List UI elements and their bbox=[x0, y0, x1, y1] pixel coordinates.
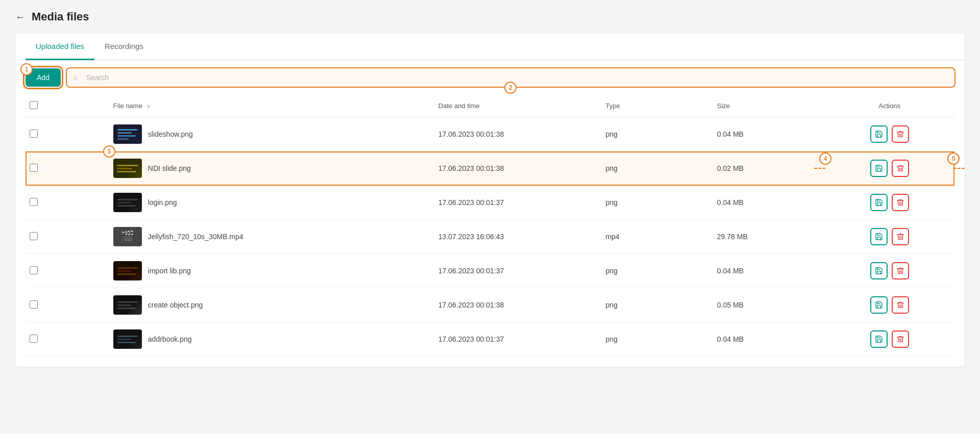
tab-uploaded-files[interactable]: Uploaded files bbox=[26, 34, 94, 60]
actions-cell bbox=[828, 228, 950, 245]
file-thumbnail bbox=[113, 295, 142, 315]
delete-button[interactable] bbox=[892, 125, 909, 143]
file-size: 0.04 MB bbox=[713, 117, 824, 151]
save-button[interactable] bbox=[870, 194, 888, 211]
table-row: slideshow.png17.06.2023 00:01:38png0.04 … bbox=[26, 117, 954, 151]
file-size: 0.05 MB bbox=[713, 288, 824, 322]
file-thumbnail bbox=[113, 159, 142, 178]
tab-recordings[interactable]: Recordings bbox=[94, 34, 154, 60]
toolbar: 1 Add ⌕ 2 bbox=[15, 60, 965, 95]
delete-button[interactable] bbox=[892, 330, 909, 348]
file-size: 29.78 MB bbox=[713, 220, 824, 254]
file-thumbnail bbox=[113, 261, 142, 280]
save-button[interactable] bbox=[870, 125, 888, 143]
save-button[interactable] bbox=[870, 262, 888, 279]
dashed-line-left bbox=[814, 168, 825, 169]
delete-button[interactable] bbox=[892, 228, 909, 245]
dashed-line-right bbox=[953, 168, 965, 169]
annotation-3: 3 bbox=[103, 145, 115, 158]
header-actions: Actions bbox=[824, 95, 954, 117]
annotation-2: 2 bbox=[504, 82, 517, 94]
actions-cell: 45 bbox=[828, 160, 950, 177]
file-size: 0.04 MB bbox=[713, 186, 824, 220]
file-date: 13.07.2023 16:06:43 bbox=[434, 220, 602, 254]
row-checkbox[interactable] bbox=[30, 335, 38, 343]
file-type: mp4 bbox=[601, 220, 713, 254]
annotation-5: 5 bbox=[947, 152, 960, 165]
save-button[interactable] bbox=[870, 228, 888, 245]
file-date: 17.06.2023 00:01:38 bbox=[434, 151, 602, 186]
delete-button[interactable] bbox=[892, 160, 909, 177]
delete-button[interactable] bbox=[892, 296, 909, 314]
file-name: NDI slide.png bbox=[148, 164, 191, 172]
table-row: create object.png17.06.2023 00:01:38png0… bbox=[26, 288, 954, 322]
delete-button[interactable] bbox=[892, 262, 909, 279]
annotation-2-wrapper: 2 bbox=[504, 82, 517, 94]
main-card: Uploaded files Recordings 1 Add ⌕ 2 bbox=[15, 34, 965, 367]
header-check bbox=[26, 95, 109, 117]
search-icon: ⌕ bbox=[73, 73, 78, 82]
table-row: 3 NDI slide.png17.06.2023 00:01:38png0.0… bbox=[26, 151, 954, 186]
search-wrapper: ⌕ 2 bbox=[67, 68, 954, 87]
row-checkbox[interactable] bbox=[30, 232, 38, 240]
header-filename[interactable]: File name ∨ bbox=[109, 95, 434, 117]
sort-icon: ∨ bbox=[146, 103, 151, 109]
table-body: slideshow.png17.06.2023 00:01:38png0.04 … bbox=[26, 117, 954, 356]
header-size: Size bbox=[713, 95, 824, 117]
file-name: import lib.png bbox=[148, 267, 191, 275]
file-date: 17.06.2023 00:01:37 bbox=[434, 322, 602, 356]
tabs-bar: Uploaded files Recordings bbox=[15, 34, 965, 60]
save-button[interactable] bbox=[870, 160, 888, 177]
row-checkbox[interactable] bbox=[30, 266, 38, 274]
row-checkbox[interactable] bbox=[30, 164, 38, 172]
add-button-wrapper: 1 Add bbox=[26, 68, 61, 87]
actions-cell bbox=[828, 296, 950, 314]
file-type: png bbox=[601, 186, 713, 220]
back-button[interactable]: ← bbox=[15, 11, 26, 23]
file-size: 0.04 MB bbox=[713, 322, 824, 356]
file-type: png bbox=[601, 288, 713, 322]
file-date: 17.06.2023 00:01:37 bbox=[434, 186, 602, 220]
file-thumbnail bbox=[113, 124, 142, 144]
file-table: File name ∨ Date and time Type Size Acti… bbox=[26, 95, 954, 356]
table-row: 🎬Jellyfish_720_10s_30MB.mp413.07.2023 16… bbox=[26, 220, 954, 254]
actions-cell bbox=[828, 194, 950, 211]
file-date: 17.06.2023 00:01:38 bbox=[434, 117, 602, 151]
header-type: Type bbox=[601, 95, 713, 117]
table-row: import lib.png17.06.2023 00:01:37png0.04… bbox=[26, 254, 954, 288]
file-thumbnail bbox=[113, 193, 142, 212]
file-name: addrbook.png bbox=[148, 335, 192, 343]
file-type: png bbox=[601, 117, 713, 151]
file-size: 0.04 MB bbox=[713, 254, 824, 288]
file-thumbnail: 🎬 bbox=[113, 227, 142, 246]
file-date: 17.06.2023 00:01:38 bbox=[434, 288, 602, 322]
back-icon: ← bbox=[15, 11, 26, 23]
row-checkbox[interactable] bbox=[30, 198, 38, 206]
page-title: Media files bbox=[32, 10, 89, 23]
file-name: slideshow.png bbox=[148, 130, 193, 138]
file-date: 17.06.2023 00:01:37 bbox=[434, 254, 602, 288]
annotation-4: 4 bbox=[819, 152, 831, 165]
save-button[interactable] bbox=[870, 296, 888, 314]
actions-cell bbox=[828, 330, 950, 348]
file-thumbnail bbox=[113, 329, 142, 349]
file-name: create object.png bbox=[148, 301, 203, 309]
row-checkbox[interactable] bbox=[30, 130, 38, 138]
save-button[interactable] bbox=[870, 330, 888, 348]
annotation-1: 1 bbox=[20, 63, 33, 75]
actions-cell bbox=[828, 125, 950, 143]
delete-button[interactable] bbox=[892, 194, 909, 211]
file-type: png bbox=[601, 254, 713, 288]
header-date: Date and time bbox=[434, 95, 602, 117]
file-type: png bbox=[601, 151, 713, 186]
file-size: 0.02 MB bbox=[713, 151, 824, 186]
actions-cell bbox=[828, 262, 950, 279]
table-row: addrbook.png17.06.2023 00:01:37png0.04 M… bbox=[26, 322, 954, 356]
select-all-checkbox[interactable] bbox=[30, 101, 38, 109]
file-table-container: File name ∨ Date and time Type Size Acti… bbox=[15, 95, 965, 367]
file-name: login.png bbox=[148, 198, 177, 207]
file-name: Jellyfish_720_10s_30MB.mp4 bbox=[148, 233, 243, 241]
file-type: png bbox=[601, 322, 713, 356]
table-header-row: File name ∨ Date and time Type Size Acti… bbox=[26, 95, 954, 117]
row-checkbox[interactable] bbox=[30, 300, 38, 309]
